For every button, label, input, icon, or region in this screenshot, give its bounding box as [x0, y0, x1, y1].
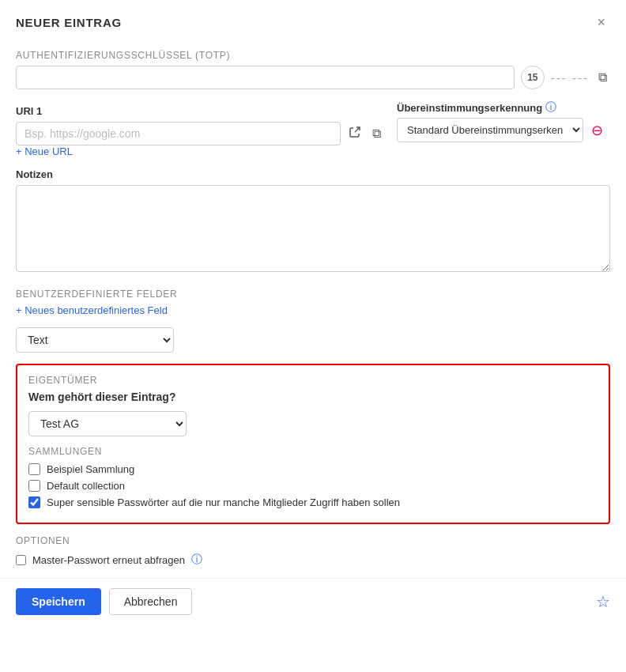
uri-col: URI 1 ⧉ [16, 100, 384, 145]
collections-label: SAMMLUNGEN [28, 446, 598, 457]
cancel-button[interactable]: Abbrechen [109, 588, 193, 615]
close-button[interactable]: × [592, 13, 610, 32]
owner-collections-section: EIGENTÜMER Wem gehört dieser Eintrag? Te… [16, 364, 610, 524]
notes-textarea[interactable] [16, 185, 610, 272]
uri-external-button[interactable] [345, 124, 364, 143]
footer-actions: Speichern Abbrechen [16, 588, 192, 615]
collection-item-0: Beispiel Sammlung [28, 463, 598, 475]
match-info-icon[interactable]: ⓘ [545, 100, 556, 115]
uri-copy-button[interactable]: ⧉ [369, 125, 384, 142]
collection-item-1: Default collection [28, 480, 598, 492]
match-label: Übereinstimmungserkennung [397, 102, 542, 114]
collection-item-2: Super sensible Passwörter auf die nur ma… [28, 496, 598, 508]
match-col: Übereinstimmungserkennung ⓘ Standard Übe… [397, 100, 610, 142]
totp-copy-button[interactable]: ⧉ [595, 69, 610, 86]
custom-field-type-select[interactable]: Text Hidden Boolean Linked [16, 327, 174, 353]
master-password-info-icon[interactable]: ⓘ [191, 553, 202, 567]
add-url-button[interactable]: + Neue URL [16, 145, 73, 157]
new-entry-dialog: NEUER EINTRAG × Authentifizierungsschlüs… [0, 0, 626, 672]
collection-checkbox-0[interactable] [28, 463, 40, 475]
options-label: OPTIONEN [16, 535, 610, 546]
uri-input[interactable] [16, 122, 341, 145]
collection-checkbox-2[interactable] [28, 496, 40, 508]
match-select[interactable]: Standard Übereinstimmungserken Exact Sta… [397, 118, 583, 142]
totp-input[interactable] [16, 66, 515, 89]
uri-input-row: ⧉ [16, 122, 384, 145]
uri-label: URI 1 [16, 105, 384, 117]
save-button[interactable]: Speichern [16, 588, 101, 615]
collection-label-2: Super sensible Passwörter auf die nur ma… [47, 496, 400, 508]
custom-fields-label: BENUTZERDEFINIERTE FELDER [16, 289, 610, 300]
notes-label: Notizen [16, 168, 610, 180]
options-row: Master-Passwort erneut abfragen ⓘ [16, 553, 610, 567]
totp-badge: 15 [521, 66, 545, 89]
collection-label-0: Beispiel Sammlung [47, 463, 134, 475]
favorite-button[interactable]: ☆ [596, 592, 610, 611]
collection-checkbox-1[interactable] [28, 480, 40, 492]
copy-icon: ⧉ [598, 70, 607, 85]
totp-dashes: --- --- [551, 71, 589, 85]
owner-select[interactable]: Test AG Personal Shared [28, 411, 187, 436]
master-password-label: Master-Passwort erneut abfragen [32, 554, 185, 566]
options-section: OPTIONEN Master-Passwort erneut abfragen… [16, 535, 610, 567]
minus-icon: ⊖ [591, 123, 603, 138]
dialog-body: Authentifizierungsschlüssel (TOTP) 15 --… [0, 50, 626, 567]
collection-label-1: Default collection [47, 480, 125, 492]
match-label-row: Übereinstimmungserkennung ⓘ [397, 100, 610, 115]
dialog-title: NEUER EINTRAG [16, 16, 122, 29]
totp-label: Authentifizierungsschlüssel (TOTP) [16, 50, 610, 61]
copy-icon-uri: ⧉ [372, 126, 381, 141]
dialog-footer: Speichern Abbrechen ☆ [0, 578, 626, 625]
owner-question: Wem gehört dieser Eintrag? [28, 391, 598, 403]
external-link-icon [349, 126, 361, 142]
totp-row: 15 --- --- ⧉ [16, 66, 610, 89]
uri-match-row: URI 1 ⧉ [16, 100, 610, 145]
master-password-checkbox[interactable] [16, 555, 26, 565]
add-custom-field-button[interactable]: + Neues benutzerdefiniertes Feld [16, 304, 168, 316]
owner-section-label: EIGENTÜMER [28, 375, 598, 386]
custom-field-type-row: Text Hidden Boolean Linked [16, 327, 610, 353]
dialog-header: NEUER EINTRAG × [0, 0, 626, 39]
remove-uri-button[interactable]: ⊖ [588, 120, 606, 141]
match-dropdown-row: Standard Übereinstimmungserken Exact Sta… [397, 118, 610, 142]
